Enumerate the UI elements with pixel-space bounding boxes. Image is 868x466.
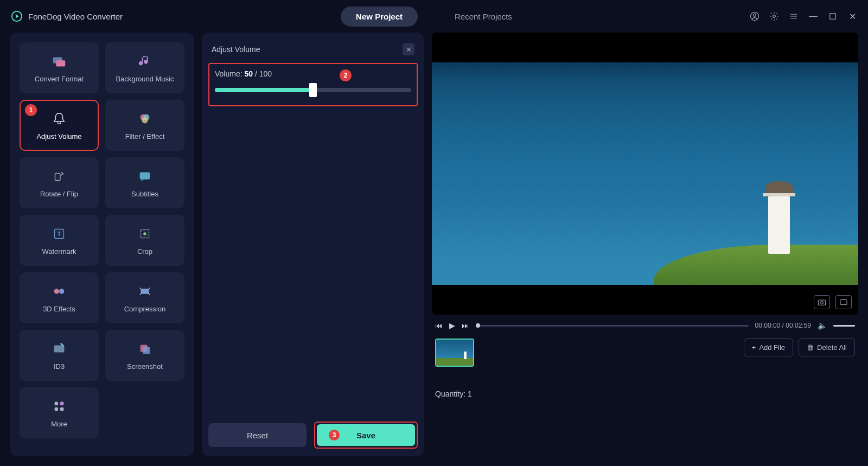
3d-glasses-icon — [51, 283, 67, 299]
tool-label: Crop — [137, 247, 152, 256]
tool-label: Compression — [124, 305, 166, 313]
preview-overlay-buttons — [814, 295, 852, 309]
timeline-playhead[interactable] — [476, 323, 480, 328]
project-tabs: New Project Recent Projects — [341, 7, 527, 27]
svg-point-2 — [754, 14, 756, 16]
tool-filter-effect[interactable]: Filter / Effect — [105, 100, 184, 151]
file-actions: +Add File 🗑Delete All — [744, 339, 855, 356]
svg-rect-22 — [55, 401, 59, 405]
tools-grid: Convert Format Background Music 1 Adjust… — [20, 42, 184, 438]
app-logo: FoneDog Video Converter — [11, 10, 123, 22]
volume-label: Volume: 50 / 100 — [215, 69, 411, 78]
svg-rect-25 — [60, 407, 64, 411]
svg-rect-6 — [56, 60, 65, 66]
tool-label: Background Music — [116, 75, 174, 83]
compression-icon — [137, 283, 153, 299]
volume-control-box: 2 Volume: 50 / 100 — [208, 63, 418, 106]
tool-crop[interactable]: Crop — [105, 215, 184, 266]
maximize-icon[interactable] — [828, 11, 838, 21]
snapshot-button[interactable] — [814, 295, 830, 309]
rotate-icon — [51, 168, 67, 184]
tool-label: Adjust Volume — [36, 132, 81, 141]
music-icon — [137, 53, 153, 69]
tool-label: Rotate / Flip — [40, 190, 78, 198]
menu-icon[interactable] — [789, 11, 799, 21]
tool-3d-effects[interactable]: 3D Effects — [20, 272, 99, 323]
step-forward-button[interactable]: ⏭ — [462, 321, 469, 330]
main-layout: Convert Format Background Music 1 Adjust… — [0, 33, 868, 466]
tool-rotate-flip[interactable]: Rotate / Flip — [20, 157, 99, 208]
tool-label: Filter / Effect — [125, 132, 165, 141]
annotation-badge-2: 2 — [340, 69, 352, 81]
window-controls: — ✕ — [750, 11, 857, 21]
tool-screenshot[interactable]: Screenshot — [105, 330, 184, 381]
fullscreen-button[interactable] — [835, 295, 852, 309]
tool-label: Convert Format — [35, 75, 84, 83]
right-panel: ⏮ ▶ ⏭ 00:00:00 / 00:02:59 🔈 Quantity: 1 … — [432, 33, 858, 456]
minimize-icon[interactable]: — — [808, 11, 818, 21]
video-preview — [432, 33, 858, 315]
filter-effect-icon — [137, 111, 153, 127]
svg-rect-28 — [840, 299, 847, 304]
plus-icon: + — [752, 343, 756, 352]
svg-rect-4 — [830, 14, 836, 20]
close-icon[interactable]: ✕ — [847, 11, 857, 21]
svg-point-15 — [143, 232, 146, 235]
tool-label: Watermark — [42, 247, 76, 256]
volume-current: 50 — [244, 69, 253, 78]
tool-id3[interactable]: ID3 — [20, 330, 99, 381]
tool-watermark[interactable]: T Watermark — [20, 215, 99, 266]
tool-more[interactable]: More — [20, 387, 99, 438]
account-icon[interactable] — [750, 11, 760, 21]
title-bar: FoneDog Video Converter New Project Rece… — [0, 0, 868, 33]
svg-point-27 — [820, 301, 823, 304]
screenshot-icon — [137, 341, 153, 357]
volume-icon[interactable]: 🔈 — [818, 321, 827, 330]
app-logo-icon — [11, 10, 23, 22]
center-actions: Reset 3 Save — [208, 414, 418, 449]
timeline-slider[interactable] — [476, 325, 749, 327]
center-title: Adjust Volume — [212, 45, 260, 54]
watermark-icon: T — [51, 226, 67, 242]
app-title: FoneDog Video Converter — [28, 12, 123, 21]
svg-rect-11 — [140, 172, 150, 179]
trash-icon: 🗑 — [807, 343, 814, 352]
volume-slider-fill — [215, 88, 313, 92]
save-button[interactable]: 3 Save — [317, 424, 415, 446]
quantity-label: Quantity: 1 — [435, 390, 474, 398]
player-controls: ⏮ ▶ ⏭ 00:00:00 / 00:02:59 🔈 — [432, 321, 858, 330]
volume-mini-slider[interactable] — [833, 325, 855, 327]
close-panel-button[interactable]: ✕ — [403, 43, 414, 55]
tools-sidebar: Convert Format Background Music 1 Adjust… — [10, 33, 194, 456]
reset-button[interactable]: Reset — [208, 423, 307, 447]
center-panel: Adjust Volume ✕ 2 Volume: 50 / 100 Reset… — [202, 33, 424, 456]
bell-icon — [51, 111, 67, 127]
file-thumbnail[interactable] — [435, 339, 474, 367]
crop-icon — [137, 226, 153, 242]
play-button[interactable]: ▶ — [449, 321, 455, 330]
svg-rect-24 — [55, 407, 59, 411]
add-file-button[interactable]: +Add File — [744, 339, 793, 356]
tab-new-project[interactable]: New Project — [341, 7, 418, 27]
tool-label: More — [51, 420, 67, 428]
tool-background-music[interactable]: Background Music — [105, 42, 184, 93]
volume-slider[interactable] — [215, 88, 411, 92]
step-back-button[interactable]: ⏮ — [435, 321, 443, 330]
tool-compression[interactable]: Compression — [105, 272, 184, 323]
tool-adjust-volume[interactable]: 1 Adjust Volume — [20, 100, 99, 151]
tab-recent-projects[interactable]: Recent Projects — [439, 7, 527, 27]
tool-subtitles[interactable]: Subtitles — [105, 157, 184, 208]
annotation-badge-1: 1 — [25, 104, 37, 116]
time-display: 00:00:00 / 00:02:59 — [755, 322, 811, 329]
preview-image — [432, 62, 858, 285]
settings-icon[interactable] — [769, 11, 779, 21]
svg-point-16 — [54, 289, 59, 293]
delete-all-button[interactable]: 🗑Delete All — [799, 339, 855, 356]
tool-label: Screenshot — [127, 362, 163, 371]
annotation-badge-3: 3 — [329, 430, 340, 441]
svg-rect-26 — [818, 300, 825, 305]
svg-point-17 — [59, 289, 64, 293]
volume-slider-thumb[interactable] — [309, 83, 317, 97]
tool-convert-format[interactable]: Convert Format — [20, 42, 99, 93]
svg-point-3 — [773, 15, 776, 18]
